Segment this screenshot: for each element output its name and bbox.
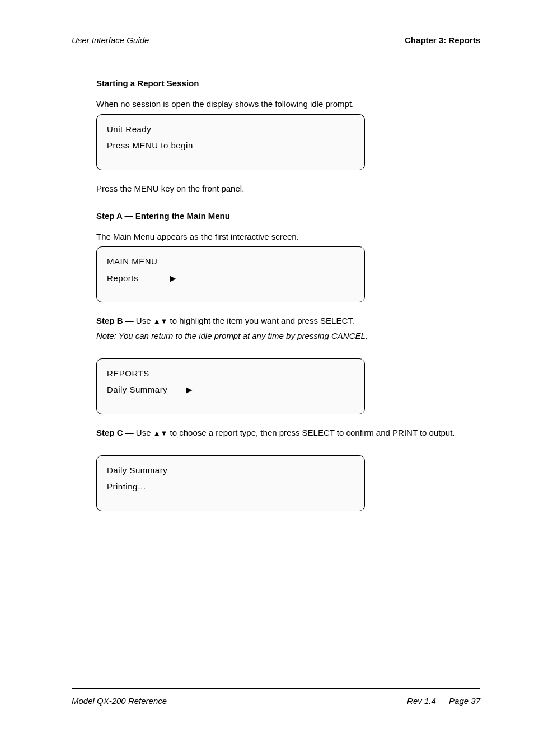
footer-right: Rev 1.4 — Page 37 [407, 696, 480, 706]
section-printing: Daily Summary Printing… [72, 455, 480, 511]
step-b-text: Step B — Use ▲▼ to highlight the item yo… [96, 316, 480, 326]
top-rule [72, 27, 480, 27]
after-text: Press the MENU key on the front panel. [96, 184, 480, 194]
section-reports: REPORTS Daily Summary ▶ Step C — Use ▲▼ … [72, 358, 480, 438]
lcd-screen-idle: Unit Ready Press MENU to begin [96, 114, 365, 170]
lcd-line1: Unit Ready [107, 123, 354, 136]
lcd-screen-printing: Daily Summary Printing… [96, 455, 365, 511]
section-starting: Starting a Report Session When no sessio… [72, 78, 480, 194]
lcd-line2: Printing… [107, 480, 354, 493]
step-label: Step C [96, 428, 123, 437]
lcd-line1: Daily Summary [107, 464, 354, 477]
step-tail: to choose a report type, then press SELE… [167, 428, 455, 437]
step-c-text: Step C — Use ▲▼ to choose a report type,… [96, 428, 480, 438]
bottom-rule [72, 688, 480, 689]
lcd-screen-mainmenu: MAIN MENU Reports ▶ [96, 246, 365, 302]
section-title: Starting a Report Session [96, 78, 480, 88]
intro-text: When no session is open the display show… [96, 99, 480, 110]
header-left: User Interface Guide [72, 35, 149, 45]
header-right: Chapter 3: Reports [405, 35, 480, 45]
lcd-line2: Press MENU to begin [107, 139, 354, 152]
lcd-line2: Daily Summary ▶ [107, 383, 354, 396]
step-mid: — Use [123, 316, 153, 325]
step-label: Step B [96, 316, 123, 325]
section-title: Step A — Entering the Main Menu [96, 211, 480, 221]
section-step-a: Step A — Entering the Main Menu The Main… [72, 211, 480, 342]
page-header: User Interface Guide Chapter 3: Reports [72, 35, 480, 45]
intro-text: The Main Menu appears as the first inter… [96, 232, 480, 242]
step-mid: — Use [123, 428, 153, 437]
lcd-line1: REPORTS [107, 367, 354, 380]
note-text: Note: You can return to the idle prompt … [96, 331, 480, 342]
up-down-icon: ▲▼ [153, 429, 168, 437]
footer-left: Model QX-200 Reference [72, 696, 167, 706]
step-tail: to highlight the item you want and press… [167, 316, 354, 325]
up-down-icon: ▲▼ [153, 317, 168, 325]
lcd-line1: MAIN MENU [107, 255, 354, 268]
page-footer: Model QX-200 Reference Rev 1.4 — Page 37 [72, 696, 480, 706]
lcd-line2: Reports ▶ [107, 272, 354, 284]
lcd-screen-reports: REPORTS Daily Summary ▶ [96, 358, 365, 414]
